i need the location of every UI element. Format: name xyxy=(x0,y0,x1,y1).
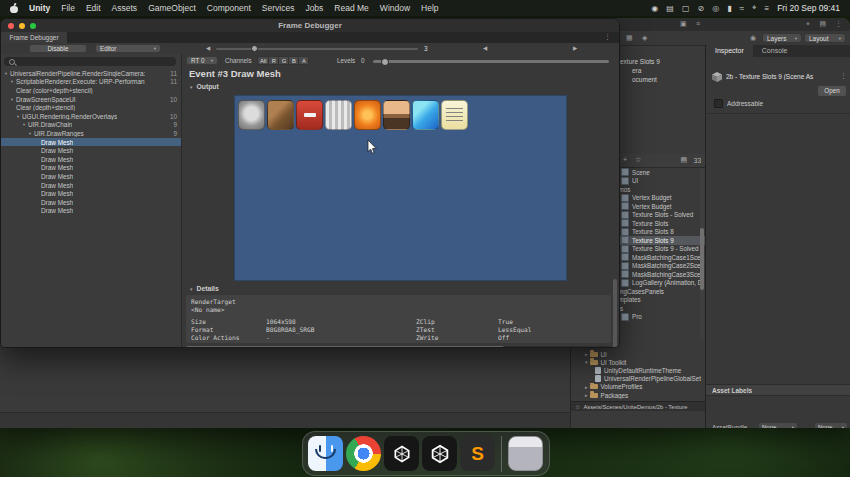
assetbundle-variant-dropdown[interactable]: None ▾ xyxy=(814,422,848,428)
asset-row[interactable]: UnityDefaultRuntimeTheme xyxy=(571,366,705,374)
unity-hub-dock-icon[interactable] xyxy=(384,436,419,471)
apple-menu-icon[interactable] xyxy=(10,4,18,13)
disclosure-arrow-icon[interactable]: ▸ xyxy=(585,384,588,390)
previous-event-button[interactable]: ◀ xyxy=(483,45,487,51)
tree-row[interactable]: Draw Mesh xyxy=(1,181,181,190)
assetbundle-dropdown[interactable]: None ▾ xyxy=(758,422,798,428)
channel-g-button[interactable]: G xyxy=(279,56,289,65)
tree-row[interactable]: ▼UIR.DrawChain9 xyxy=(1,121,181,130)
slider-left-arrow-icon[interactable]: ◀ xyxy=(206,45,210,51)
disclosure-arrow-icon[interactable]: ▸ xyxy=(585,351,588,357)
hidden-count-icon[interactable]: ▤ xyxy=(680,156,687,164)
tab-frame-debugger[interactable]: Frame Debugger xyxy=(1,32,67,43)
more-icon[interactable]: ⋮ xyxy=(835,20,842,28)
levels-slider-handle[interactable] xyxy=(381,58,389,66)
disable-button[interactable]: Disable xyxy=(29,44,87,53)
next-event-button[interactable]: ▶ xyxy=(573,45,577,51)
tree-row[interactable]: ▼UIR.DrawRanges9 xyxy=(1,129,181,138)
frame-debugger-titlebar[interactable]: Frame Debugger xyxy=(1,19,619,33)
tree-row[interactable]: Draw Mesh xyxy=(1,146,181,155)
foldout-arrow-icon[interactable]: ▼ xyxy=(10,97,14,102)
account-avatar-icon[interactable]: ◉ xyxy=(750,34,756,42)
open-button[interactable]: Open xyxy=(817,85,847,97)
account-icon[interactable]: ▣ xyxy=(680,20,687,28)
project-scrollbar[interactable] xyxy=(700,168,704,340)
scrollbar-handle[interactable] xyxy=(186,346,504,348)
inspector-more-icon[interactable]: ⋮ xyxy=(840,72,847,80)
attach-target-dropdown[interactable]: Editor ▾ xyxy=(95,44,161,53)
tab-console[interactable]: Console xyxy=(753,45,797,57)
tree-row[interactable]: ▼UGUI.Rendering.RenderOverlays10 xyxy=(1,112,181,121)
scrollbar-handle[interactable] xyxy=(613,279,617,348)
vertical-scrollbar[interactable] xyxy=(613,55,617,343)
channel-all-button[interactable]: All xyxy=(257,56,269,65)
tree-row[interactable]: Draw Mesh xyxy=(1,164,181,173)
levels-slider-track[interactable] xyxy=(373,60,609,63)
tree-row-selected[interactable]: Draw Mesh xyxy=(1,138,181,147)
search-icon[interactable]: ⌖ xyxy=(806,20,810,28)
tree-row[interactable]: Draw Mesh xyxy=(1,172,181,181)
tool-grid-icon[interactable]: ▦ xyxy=(626,34,633,42)
unity-editor-dock-icon[interactable] xyxy=(422,436,457,471)
foldout-arrow-icon[interactable]: ▼ xyxy=(28,131,32,136)
stage-manager-icon[interactable]: ▢ xyxy=(682,4,690,13)
layers-dropdown[interactable]: Layers ▾ xyxy=(762,33,802,43)
asset-labels-header[interactable]: Asset Labels xyxy=(706,384,850,396)
red-icon-texture-thumbnail[interactable] xyxy=(296,100,323,130)
spotlight-icon[interactable]: ⌖ xyxy=(752,3,757,13)
scrollbar-handle[interactable] xyxy=(700,228,704,290)
output-foldout[interactable]: ▼Output xyxy=(189,83,219,90)
finder-dock-icon[interactable] xyxy=(308,436,343,471)
foldout-arrow-icon[interactable]: ▼ xyxy=(4,71,8,76)
tree-row[interactable]: ▼ScriptableRenderer.Execute: URP-Perform… xyxy=(1,78,181,87)
render-target-dropdown[interactable]: RT 0 ▾ xyxy=(186,56,218,65)
gauge-texture-thumbnail[interactable] xyxy=(238,100,265,130)
striped-texture-thumbnail[interactable] xyxy=(325,100,352,130)
folder-row[interactable]: ▸Packages xyxy=(571,391,705,399)
channel-a-button[interactable]: A xyxy=(299,56,309,65)
axe-texture-thumbnail[interactable] xyxy=(267,100,294,130)
channel-b-button[interactable]: B xyxy=(289,56,299,65)
screen-mirroring-icon[interactable]: ◎ xyxy=(712,4,719,13)
menu-item-gameobject[interactable]: GameObject xyxy=(148,3,196,13)
grid-icon[interactable]: ▤ xyxy=(819,20,826,28)
tree-row[interactable]: Draw Mesh xyxy=(1,155,181,164)
menubar-clock[interactable]: Fri 20 Sep 09:41 xyxy=(777,3,840,13)
disclosure-arrow-icon[interactable]: ▾ xyxy=(585,359,588,365)
menu-app-name[interactable]: Unity xyxy=(29,3,50,13)
search-field[interactable] xyxy=(4,57,176,66)
sublime-text-dock-icon[interactable]: S xyxy=(460,436,495,471)
wifi-icon[interactable]: ≈ xyxy=(740,4,744,13)
trash-dock-icon[interactable] xyxy=(508,436,543,471)
cloud-icon[interactable]: ≡ xyxy=(696,20,700,27)
hierarchy-item[interactable]: era xyxy=(620,67,706,76)
event-slider-handle[interactable] xyxy=(251,45,258,52)
orange-flower-texture-thumbnail[interactable] xyxy=(354,100,381,130)
folder-row[interactable]: ▸VolumeProfiles xyxy=(571,383,705,391)
horizontal-scrollbar[interactable] xyxy=(186,346,611,348)
hierarchy-item[interactable]: exture Slots 9 xyxy=(620,58,706,67)
note-texture-thumbnail[interactable] xyxy=(441,100,468,130)
tree-row[interactable]: Draw Mesh xyxy=(1,207,181,216)
tree-row[interactable]: Draw Mesh xyxy=(1,189,181,198)
chrome-dock-icon[interactable] xyxy=(346,436,381,471)
folder-row[interactable]: ▸UI xyxy=(571,350,705,358)
event-slider-track[interactable] xyxy=(216,48,418,50)
tree-row[interactable]: Clear (color+depth+stencil) xyxy=(1,86,181,95)
favorite-star-icon[interactable]: ☆ xyxy=(635,156,641,164)
asset-row[interactable]: UniversalRenderPipelineGlobalSet xyxy=(571,375,705,383)
details-foldout[interactable]: ▼Details xyxy=(189,285,219,292)
control-center-icon[interactable]: ≡ xyxy=(764,4,769,13)
tree-row[interactable]: Draw Mesh xyxy=(1,198,181,207)
display-icon[interactable]: ▤ xyxy=(666,4,674,13)
blue-gem-texture-thumbnail[interactable] xyxy=(412,100,439,130)
menu-item-window[interactable]: Window xyxy=(380,3,410,13)
add-icon[interactable]: + xyxy=(623,156,627,163)
folder-row[interactable]: ▾UI Toolkit xyxy=(571,358,705,366)
menu-item-help[interactable]: Help xyxy=(421,3,438,13)
hierarchy-item[interactable]: ocument xyxy=(620,76,706,85)
menu-item-readme[interactable]: Read Me xyxy=(334,3,369,13)
focus-mode-icon[interactable]: ⊘ xyxy=(697,4,704,13)
menu-item-jobs[interactable]: Jobs xyxy=(305,3,323,13)
tab-menu-icon[interactable]: ⋮ xyxy=(604,33,611,41)
